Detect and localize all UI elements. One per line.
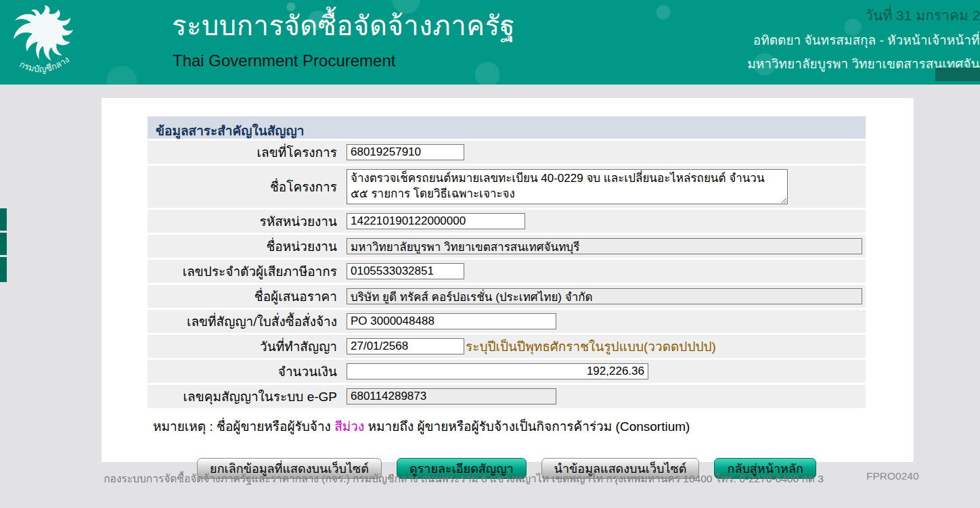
remark-purple-word: สีม่วง [334, 419, 364, 434]
department-code-label: รหัสหน่วยงาน [148, 211, 347, 231]
footer-address: กองระบบการจัดซื้อจัดจ้างภาครัฐและราคากลา… [102, 470, 826, 487]
field-row-amount: จำนวนเงิน [148, 360, 866, 383]
svg-text:กรมบัญชีกลาง: กรมบัญชีกลาง [18, 54, 71, 74]
contract-date-input[interactable] [347, 338, 464, 354]
remark-prefix: หมายเหตุ : ชื่อผู้ขายหรือผู้รับจ้าง [153, 419, 334, 434]
user-name-role: อทิตตยา จันทรสมสกุล - หัวหน้าเจ้าหน้าที่… [747, 30, 980, 50]
department-name-label: ชื่อหน่วยงาน [148, 236, 347, 256]
field-row-egp-control-number: เลขคุมสัญญาในระบบ e-GP [148, 385, 866, 408]
taxpayer-id-label: เลขประจำตัวผู้เสียภาษีอากร [148, 261, 347, 281]
field-row-bidder-name: ชื่อผู้เสนอราคา [148, 285, 866, 308]
left-panel-tab-3[interactable] [0, 257, 7, 282]
amount-input[interactable] [347, 363, 648, 379]
buddhist-year-format-note: ระบุปีเป็นปีพุทธศักราชในรูปแบบ(ววดดปปปป) [466, 336, 716, 356]
field-row-department-code: รหัสหน่วยงาน [148, 210, 866, 233]
app-header: กรมบัญชีกลาง ระบบการจัดซื้อจัดจ้างภาครัฐ… [0, 0, 980, 85]
garuda-logo-icon: กรมบัญชีกลาง [4, 3, 77, 83]
page-subtitle: Thai Government Procurement [173, 51, 395, 70]
consortium-remark: หมายเหตุ : ชื่อผู้ขายหรือผู้รับจ้าง สีม่… [153, 416, 866, 436]
field-row-project-number: เลขที่โครงการ [148, 141, 866, 164]
bidder-name-label: ชื่อผู้เสนอราคา [148, 286, 347, 306]
clipped-menu-fragment [935, 68, 980, 81]
egp-control-number-input[interactable] [347, 388, 556, 405]
department-code-input[interactable] [347, 213, 525, 229]
contract-summary-form: ข้อมูลสาระสำคัญในสัญญา เลขที่โครงการ ชื่… [148, 116, 866, 479]
egp-control-number-label: เลขคุมสัญญาในระบบ e-GP [148, 386, 347, 407]
screen-code: FPRO0240 [866, 470, 919, 482]
logo-text: กรมบัญชีกลาง [18, 54, 71, 74]
bidder-name-input[interactable] [347, 288, 862, 304]
field-row-project-name: ชื่อโครงการ จ้างตรวจเช็ครถยนต์หมายเลขทะเ… [148, 166, 866, 208]
remark-suffix: หมายถึง ผู้ขายหรือผู้รับจ้างเป็นกิจการค้… [364, 419, 690, 434]
page-title: ระบบการจัดซื้อจัดจ้างภาครัฐ [172, 4, 515, 47]
project-name-label: ชื่อโครงการ [148, 177, 347, 197]
field-row-contract-number: เลขที่สัญญา/ใบสั่งซื้อสั่งจ้าง [148, 310, 866, 333]
project-number-input[interactable] [347, 144, 464, 160]
amount-label: จำนวนเงิน [148, 361, 347, 382]
field-row-taxpayer-id: เลขประจำตัวผู้เสียภาษีอากร [148, 260, 866, 283]
project-number-label: เลขที่โครงการ [148, 142, 347, 162]
left-panel-tab-2[interactable] [0, 233, 7, 255]
department-name-input[interactable] [347, 238, 862, 254]
project-name-textarea[interactable]: จ้างตรวจเช็ครถยนต์หมายเลขทะเบียน 40-0229… [347, 169, 788, 204]
taxpayer-id-input[interactable] [347, 263, 464, 279]
session-info: วันที่ 31 มกราคม 25 อทิตตยา จันทรสมสกุล … [747, 4, 980, 77]
contract-number-input[interactable] [347, 313, 556, 329]
content-panel: ข้อมูลสาระสำคัญในสัญญา เลขที่โครงการ ชื่… [102, 98, 914, 462]
contract-number-label: เลขที่สัญญา/ใบสั่งซื้อสั่งจ้าง [148, 311, 347, 331]
contract-date-label: วันที่ทำสัญญา [148, 336, 347, 356]
left-panel-tab-1[interactable] [0, 208, 7, 231]
field-row-contract-date: วันที่ทำสัญญา ระบุปีเป็นปีพุทธศักราชในรู… [148, 335, 866, 358]
current-date: วันที่ 31 มกราคม 25 [747, 4, 980, 26]
form-title: ข้อมูลสาระสำคัญในสัญญา [148, 116, 866, 139]
field-row-department-name: ชื่อหน่วยงาน [148, 235, 866, 258]
